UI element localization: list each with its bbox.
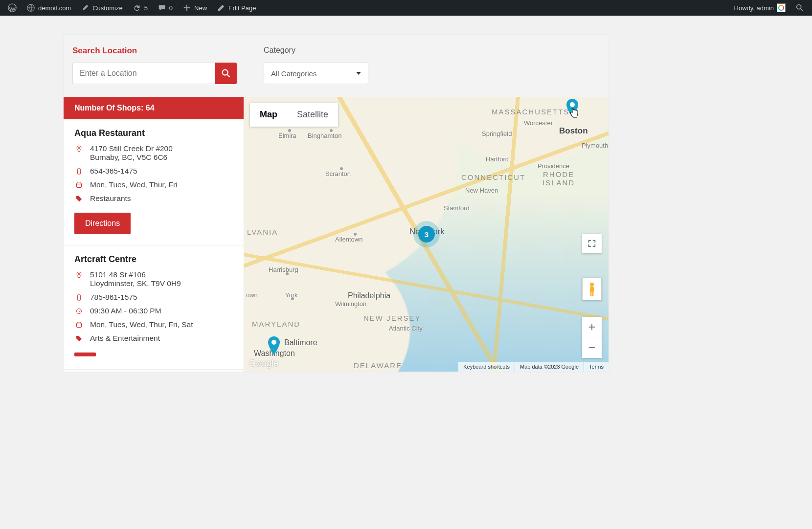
map-state-label: RHODE ISLAND bbox=[542, 170, 575, 187]
map-state-label: MARYLAND bbox=[252, 320, 300, 328]
map-city-label: Plymouth bbox=[582, 142, 608, 149]
map-city-label: Harrisburg bbox=[269, 266, 298, 273]
refresh-icon bbox=[133, 3, 141, 12]
pencil-icon bbox=[217, 3, 226, 12]
map-city-label: Scranton bbox=[325, 170, 351, 177]
map-city-label: Baltimore bbox=[284, 338, 317, 347]
svg-rect-8 bbox=[77, 295, 80, 300]
svg-point-3 bbox=[223, 70, 228, 75]
map-city-label: Elmira bbox=[278, 132, 296, 139]
svg-point-13 bbox=[590, 283, 594, 287]
site-name: demoit.com bbox=[38, 4, 71, 12]
category-select[interactable]: All Categories bbox=[264, 63, 368, 84]
tag-icon bbox=[74, 194, 83, 202]
home-icon bbox=[26, 3, 35, 12]
map-zoom-in[interactable]: + bbox=[582, 317, 602, 337]
svg-point-12 bbox=[570, 102, 575, 107]
map-type-satellite[interactable]: Satellite bbox=[287, 103, 338, 127]
wp-logo[interactable] bbox=[3, 0, 22, 16]
directions-button[interactable] bbox=[74, 353, 96, 356]
map-state-label: LVANIA bbox=[247, 228, 278, 236]
calendar-icon bbox=[74, 320, 83, 329]
map-city-label: Stamford bbox=[444, 204, 470, 212]
map-pin[interactable] bbox=[268, 336, 280, 355]
map-city-label: Boston bbox=[559, 126, 588, 136]
calendar-icon bbox=[74, 180, 83, 189]
map-footer: Keyboard shortcuts Map data ©2023 Google… bbox=[458, 362, 609, 372]
map-type-control: Map Satellite bbox=[250, 103, 338, 127]
phone-icon bbox=[74, 293, 83, 301]
shop-name[interactable]: Artcraft Centre bbox=[74, 254, 233, 264]
map-state-label: CONNECTICUT bbox=[461, 173, 525, 181]
search-location-group: Search Location bbox=[72, 46, 237, 84]
svg-rect-14 bbox=[590, 287, 594, 292]
shop-name[interactable]: Aqua Restaurant bbox=[74, 128, 233, 138]
map-city-label: own bbox=[246, 291, 258, 299]
category-selected: All Categories bbox=[271, 69, 316, 78]
map-state-label: DELAWARE bbox=[354, 361, 402, 370]
store-locator-card: Search Location Category All Categories bbox=[64, 35, 609, 372]
map-city-label: Binghamton bbox=[308, 132, 341, 139]
category-title: Category bbox=[264, 46, 368, 55]
shop-item: Aqua Restaurant 4170 Still Creek Dr #200… bbox=[64, 119, 244, 245]
svg-rect-5 bbox=[77, 169, 80, 174]
edit-page-link[interactable]: Edit Page bbox=[212, 0, 261, 16]
map-state-label: MASSACHUSETTS bbox=[492, 108, 569, 116]
results-sidebar: Number Of Shops: 64 Aqua Restaurant 4170… bbox=[64, 97, 244, 372]
svg-point-11 bbox=[271, 340, 276, 345]
svg-rect-10 bbox=[76, 323, 81, 327]
svg-rect-6 bbox=[76, 183, 81, 187]
map-streetview-pegman[interactable] bbox=[582, 278, 602, 300]
new-link[interactable]: New bbox=[178, 0, 212, 16]
search-button[interactable] bbox=[215, 63, 237, 84]
updates-link[interactable]: 5 bbox=[128, 0, 153, 16]
shop-item: Artcraft Centre 5101 48 St #106Lloydmins… bbox=[64, 245, 244, 370]
map-city-label: Atlantic City bbox=[389, 325, 423, 332]
map-city-label: New Haven bbox=[465, 187, 498, 194]
search-location-title: Search Location bbox=[72, 46, 237, 56]
map-terms[interactable]: Terms bbox=[584, 362, 609, 372]
map-city-label: Worcester bbox=[524, 119, 553, 127]
map-cluster-marker[interactable]: 3 bbox=[418, 226, 435, 242]
map-keyboard-shortcuts[interactable]: Keyboard shortcuts bbox=[458, 362, 515, 372]
map-zoom-out[interactable]: − bbox=[582, 337, 602, 358]
map-type-map[interactable]: Map bbox=[250, 103, 287, 127]
map-city-label: Providence bbox=[538, 162, 569, 170]
site-link[interactable]: demoit.com bbox=[22, 0, 76, 16]
account-link[interactable]: Howdy, admin bbox=[729, 0, 790, 16]
google-logo: Google bbox=[249, 358, 279, 369]
phone-icon bbox=[74, 167, 83, 175]
map-city-label: Wilmington bbox=[335, 300, 366, 308]
clock-icon bbox=[74, 307, 83, 315]
svg-point-7 bbox=[78, 273, 79, 275]
map-attribution[interactable]: Map data ©2023 Google bbox=[515, 362, 584, 372]
map-canvas[interactable]: LVANIA NEW JERSEY DELAWARE MARYLAND CONN… bbox=[244, 97, 609, 372]
directions-button[interactable]: Directions bbox=[74, 213, 131, 234]
pin-icon bbox=[74, 270, 83, 279]
comments-link[interactable]: 0 bbox=[153, 0, 178, 16]
svg-point-4 bbox=[78, 147, 79, 149]
search-icon bbox=[795, 3, 804, 12]
results-scroll[interactable]: Number Of Shops: 64 Aqua Restaurant 4170… bbox=[64, 97, 244, 372]
map-city-label: Hartford bbox=[486, 155, 509, 163]
comment-icon bbox=[158, 3, 166, 12]
plus-icon bbox=[182, 3, 191, 12]
map-city-label: Philadelphia bbox=[348, 291, 390, 300]
tag-icon bbox=[74, 334, 83, 342]
brush-icon bbox=[81, 3, 90, 12]
wp-admin-bar: demoit.com Customize 5 0 New bbox=[0, 0, 812, 16]
location-input[interactable] bbox=[72, 63, 215, 84]
wordpress-icon bbox=[8, 3, 17, 12]
customize-link[interactable]: Customize bbox=[76, 0, 127, 16]
map-city-label: Springfield bbox=[482, 130, 512, 137]
pin-icon bbox=[74, 144, 83, 153]
chevron-down-icon bbox=[356, 72, 361, 75]
admin-search[interactable] bbox=[790, 0, 809, 16]
avatar-icon bbox=[777, 3, 786, 12]
map-fullscreen-button[interactable] bbox=[582, 234, 602, 253]
results-count-bar: Number Of Shops: 64 bbox=[64, 97, 244, 119]
map-state-label: NEW JERSEY bbox=[363, 314, 421, 322]
map-city-label: Allentown bbox=[335, 236, 362, 243]
search-icon bbox=[221, 68, 231, 79]
cursor-icon bbox=[569, 108, 579, 118]
